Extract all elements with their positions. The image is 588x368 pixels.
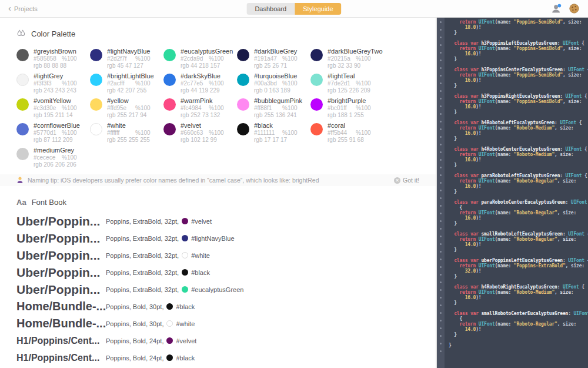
font-style-row[interactable]: Home/Bundle-...Poppins, Bold, 30pt,#blac… (16, 298, 419, 315)
gutter-dot (440, 151, 442, 153)
color-hex-alpha: #ff5b44%100 (328, 130, 371, 137)
color-item[interactable]: #vomitYellow#c3d30e%100rgb 195 211 14 (16, 97, 90, 119)
notifications-icon[interactable] (551, 4, 562, 14)
color-item[interactable]: #lightNavyBlue#2d2f7f%100rgb 45 47 127 (90, 48, 163, 69)
tip-emoji-icon (16, 177, 24, 184)
dismiss-tip-button[interactable]: ✕ Got it! (394, 177, 419, 184)
code-line: } (449, 343, 588, 348)
gutter-dot (440, 98, 442, 100)
font-style-row[interactable]: Uber/Poppin...Poppins, ExtraBold, 32pt,#… (16, 264, 419, 281)
code-line: } (449, 57, 588, 62)
color-info: #darkBlueGrey#191a47%100rgb 25 26 71 (254, 48, 298, 69)
code-line: class var h3PoppinsLeftEucalyptusGreen: … (449, 41, 588, 46)
color-item[interactable]: #lightGrey#f3f3f3%100rgb 243 243 243 (16, 72, 90, 94)
gutter-dot (440, 320, 442, 321)
color-item[interactable]: #black#111111%100rgb 17 17 17 (237, 122, 310, 144)
color-item[interactable]: #mediumGrey#cecece%100rgb 206 206 206 (16, 147, 90, 168)
code-line (449, 337, 588, 343)
naming-tip-bar: Naming tip: iOS developers usually prefe… (0, 174, 436, 186)
color-hex: #ffffff (107, 130, 135, 137)
color-grid: #greyishBrown#585858%100rgb 88 88 88#lig… (16, 48, 419, 168)
color-item[interactable]: #coral#ff5b44%100rgb 255 91 68 (310, 122, 384, 144)
gutter-dot (440, 274, 442, 276)
color-item[interactable]: #greyishBrown#585858%100rgb 88 88 88 (16, 48, 90, 69)
main-area: Color Palette #greyishBrown#585858%100rg… (0, 18, 588, 368)
color-alpha: %100 (356, 80, 371, 87)
gutter-dot (440, 297, 442, 299)
gutter-dot (440, 159, 442, 161)
font-style-row[interactable]: Uber/Poppin...Poppins, ExtraBold, 32pt,#… (16, 247, 419, 264)
color-hex-alpha: #bc01ff%100 (328, 105, 371, 112)
color-alpha: %100 (135, 80, 151, 87)
gutter-dot (440, 113, 442, 115)
code-line: 16.0)! (449, 51, 588, 57)
color-hex: #2cda9d (181, 55, 209, 62)
color-hex-alpha: #191a47%100 (254, 55, 298, 62)
code-line: } (449, 136, 588, 141)
color-item[interactable]: #turquoiseBlue#00a3bd%100rgb 0 163 189 (237, 72, 310, 94)
color-item[interactable]: #white#ffffff%100rgb 255 255 255 (90, 122, 163, 144)
code-line: return UIFont(name: "Roboto-Regular", si… (449, 178, 588, 184)
color-item[interactable]: #brightPurple#bc01ff%100rgb 188 1 255 (310, 97, 384, 119)
color-item[interactable]: #bubblegumPink#ff88f1%100rgb 255 136 241 (237, 97, 310, 119)
color-hex-alpha: #7de2d1%100 (328, 80, 371, 87)
back-to-projects-button[interactable]: ‹ Projects (8, 5, 38, 12)
color-swatch (237, 74, 249, 86)
color-name: #vomitYellow (34, 97, 77, 105)
font-style-row[interactable]: Uber/Poppin...Poppins, ExtraBold, 32pt,#… (16, 213, 419, 230)
code-line: return UIFont(name: "Roboto-Medium", siz… (449, 125, 588, 131)
color-swatch (163, 123, 176, 135)
font-desc-text: Poppins, ExtraBold, 32pt, (106, 286, 179, 293)
gutter-dot (440, 182, 442, 184)
tab-styleguide[interactable]: Styleguide (295, 3, 341, 15)
color-alpha: %100 (282, 55, 298, 62)
color-item[interactable]: #brightLightBlue#2acfff%100rgb 42 207 25… (90, 72, 163, 94)
color-item[interactable]: #darkSkyBlue#2c77e5%100rgb 44 119 229 (163, 72, 237, 94)
code-line: 18.0)! (449, 25, 588, 30)
color-item[interactable]: #warmPink#fc4984%100rgb 252 73 132 (163, 97, 237, 119)
font-book-header: Aa Font Book (16, 198, 419, 207)
color-item[interactable]: #darkBlueGreyTwo#20215a%100rgb 32 33 90 (310, 48, 384, 69)
color-hex: #2acfff (107, 80, 135, 87)
color-info: #lightGrey#f3f3f3%100rgb 243 243 243 (34, 72, 77, 94)
code-listing[interactable]: return UIFont(name: "Poppins-SemiBold", … (445, 18, 588, 368)
font-desc-text: Poppins, Bold, 30pt, (106, 320, 163, 327)
font-style-row[interactable]: Uber/Poppin...Poppins, ExtraBold, 32pt,#… (16, 281, 419, 298)
color-name: #velvet (181, 122, 224, 130)
color-hex-alpha: #2d2f7f%100 (107, 55, 151, 62)
color-item[interactable]: #cornflowerBlue#5770d1%100rgb 87 112 209 (16, 122, 90, 144)
code-panel[interactable]: return UIFont(name: "Poppins-SemiBold", … (437, 18, 588, 368)
tab-dashboard[interactable]: Dashboard (246, 3, 295, 15)
code-line: } (449, 332, 588, 337)
font-sample-text: Home/Bundle-... (16, 300, 106, 313)
font-desc-text: Poppins, Bold, 30pt, (106, 303, 163, 310)
color-name: #lightNavyBlue (107, 48, 151, 55)
color-name: #greyishBrown (34, 48, 77, 55)
avatar[interactable] (569, 4, 580, 14)
gutter-dot (440, 121, 442, 122)
gutter-dot (440, 266, 442, 268)
color-item[interactable]: #darkBlueGrey#191a47%100rgb 25 26 71 (237, 48, 310, 69)
color-item[interactable]: #lightTeal#7de2d1%100rgb 125 226 209 (310, 72, 384, 94)
font-style-row[interactable]: H1/Poppins/Cent...Poppins, Bold, 24pt,#v… (16, 332, 419, 349)
color-item[interactable]: #yellow#ffd95e%100rgb 255 217 94 (90, 97, 163, 119)
code-line: } (449, 189, 588, 194)
color-alpha: %100 (209, 130, 224, 136)
gutter-dot (440, 312, 442, 314)
color-hex-alpha: #660c63%100 (181, 130, 224, 137)
font-desc-text: Poppins, ExtraBold, 32pt, (106, 218, 179, 225)
color-info: #darkSkyBlue#2c77e5%100rgb 44 119 229 (181, 72, 224, 94)
code-line: class var paraRobotoCenterEucalyptusGree… (449, 200, 588, 205)
color-name: #lightGrey (34, 72, 77, 80)
color-item[interactable]: #eucalyptusGreen#2cda9d%100rgb 44 218 15… (163, 48, 237, 69)
font-style-row[interactable]: Uber/Poppin...Poppins, ExtraBold, 32pt,#… (16, 230, 419, 247)
color-item[interactable]: #velvet#660c63%100rgb 102 12 99 (163, 122, 237, 144)
color-swatch (163, 98, 176, 111)
code-line (449, 306, 588, 311)
close-icon: ✕ (394, 177, 400, 184)
gutter-dot (440, 75, 442, 77)
font-style-row[interactable]: H1/Poppins/Cent...Poppins, Bold, 24pt,#b… (16, 349, 419, 366)
chevron-left-icon: ‹ (8, 5, 11, 11)
color-alpha: %100 (62, 130, 77, 136)
font-style-row[interactable]: Home/Bundle-...Poppins, Bold, 30pt,#whit… (16, 315, 419, 332)
